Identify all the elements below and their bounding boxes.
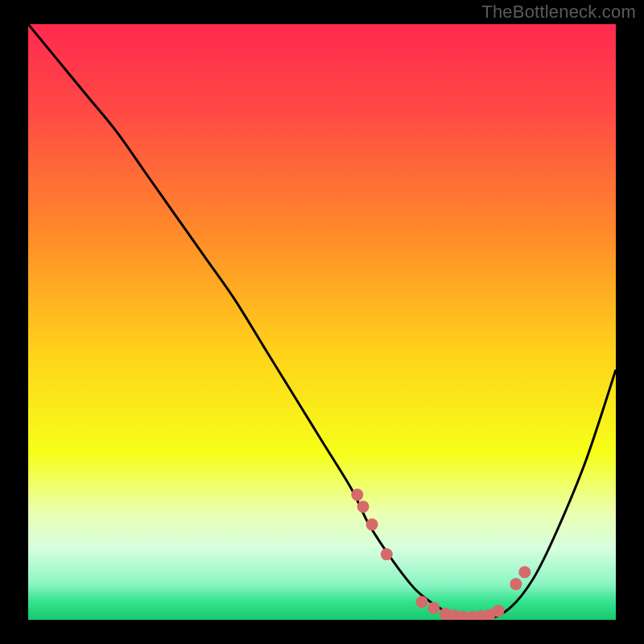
highlight-dot <box>381 548 393 560</box>
highlight-dot <box>351 489 363 501</box>
bottleneck-chart <box>28 24 616 620</box>
highlight-dot <box>357 501 369 513</box>
highlight-dot <box>510 578 522 590</box>
highlight-dot <box>427 602 440 614</box>
highlight-dot <box>366 518 378 530</box>
highlight-dot <box>518 566 530 578</box>
plot-area <box>28 24 616 620</box>
highlight-dot <box>493 605 505 617</box>
gradient-background <box>28 24 616 620</box>
highlight-dot <box>416 596 428 608</box>
watermark-text: TheBottleneck.com <box>481 2 636 23</box>
chart-frame: TheBottleneck.com <box>0 0 644 644</box>
